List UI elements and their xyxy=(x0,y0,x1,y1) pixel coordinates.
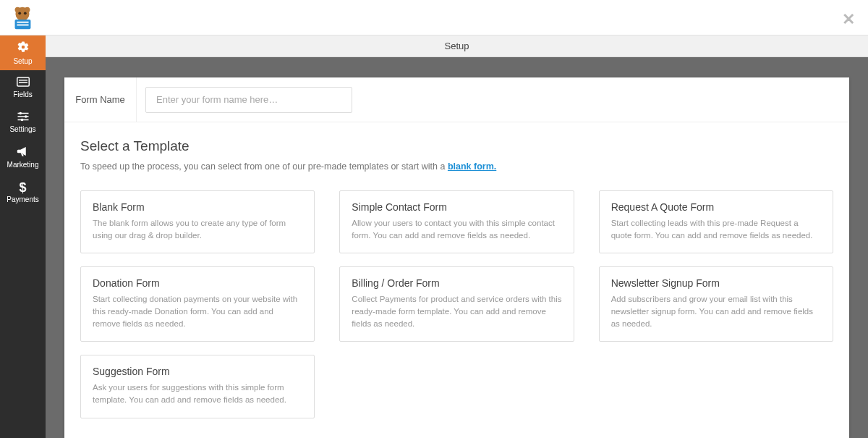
svg-point-15 xyxy=(24,115,27,118)
template-subtext: To speed up the process, you can select … xyxy=(80,161,833,172)
app-logo xyxy=(9,4,36,32)
template-section: Select a Template To speed up the proces… xyxy=(64,122,849,426)
dollar-icon: $ xyxy=(19,181,26,194)
svg-rect-9 xyxy=(19,80,27,81)
svg-point-4 xyxy=(24,12,27,14)
setup-panel: Form Name Select a Template To speed up … xyxy=(64,77,849,438)
svg-point-1 xyxy=(15,7,21,13)
template-card-title: Suggestion Form xyxy=(93,366,302,377)
sidebar-item-label: Payments xyxy=(7,195,38,203)
sidebar-item-fields[interactable]: Fields xyxy=(0,70,46,105)
template-card-desc: Ask your users for suggestions with this… xyxy=(93,382,302,405)
template-card-newsletter[interactable]: Newsletter Signup Form Add subscribers a… xyxy=(599,266,833,342)
blank-form-link[interactable]: blank form. xyxy=(448,161,496,172)
template-card-desc: Start collecting leads with this pre-mad… xyxy=(611,217,821,241)
template-card-title: Request A Quote Form xyxy=(611,201,821,213)
sliders-icon xyxy=(17,111,30,124)
bullhorn-icon xyxy=(17,146,30,159)
sidebar-item-label: Fields xyxy=(13,90,33,98)
left-sidebar: Setup Fields Settings Marketing $ Paymen… xyxy=(0,35,46,438)
template-subtext-prefix: To speed up the process, you can select … xyxy=(80,161,448,172)
gear-icon xyxy=(17,41,30,56)
template-grid: Blank Form The blank form allows you to … xyxy=(80,190,833,418)
template-card-request-quote[interactable]: Request A Quote Form Start collecting le… xyxy=(599,190,833,253)
sidebar-item-settings[interactable]: Settings xyxy=(0,105,46,140)
sidebar-item-label: Settings xyxy=(9,125,35,133)
main-area: Setup Form Name Select a Template To spe… xyxy=(46,35,868,438)
template-card-title: Blank Form xyxy=(93,201,302,213)
template-card-desc: The blank form allows you to create any … xyxy=(93,217,302,241)
svg-rect-7 xyxy=(17,25,28,26)
section-title: Setup xyxy=(445,41,469,51)
template-card-title: Billing / Order Form xyxy=(352,277,561,289)
svg-rect-6 xyxy=(17,22,28,23)
template-heading: Select a Template xyxy=(80,138,833,154)
template-card-desc: Start collecting donation payments on yo… xyxy=(93,293,302,329)
top-bar: ✕ xyxy=(0,0,868,35)
svg-point-16 xyxy=(20,119,23,122)
template-card-blank[interactable]: Blank Form The blank form allows you to … xyxy=(80,190,315,253)
template-card-title: Simple Contact Form xyxy=(352,201,561,213)
svg-point-2 xyxy=(25,7,30,13)
svg-rect-10 xyxy=(19,82,27,83)
form-name-input[interactable] xyxy=(145,87,352,113)
sidebar-item-marketing[interactable]: Marketing xyxy=(0,140,46,174)
sidebar-item-label: Marketing xyxy=(7,161,39,169)
fields-icon xyxy=(17,77,30,89)
template-card-title: Donation Form xyxy=(93,277,302,289)
template-card-desc: Allow your users to contact you with thi… xyxy=(352,217,561,241)
sidebar-item-label: Setup xyxy=(13,57,32,65)
svg-point-14 xyxy=(19,112,22,115)
template-card-donation[interactable]: Donation Form Start collecting donation … xyxy=(80,266,315,342)
section-title-strip: Setup xyxy=(46,35,868,57)
svg-point-3 xyxy=(18,12,21,14)
form-name-label: Form Name xyxy=(64,77,137,122)
template-card-suggestion[interactable]: Suggestion Form Ask your users for sugge… xyxy=(80,355,315,418)
sidebar-item-setup[interactable]: Setup xyxy=(0,35,46,70)
sidebar-item-payments[interactable]: $ Payments xyxy=(0,174,46,209)
close-icon[interactable]: ✕ xyxy=(842,10,855,29)
template-card-desc: Collect Payments for product and service… xyxy=(352,293,561,329)
template-card-title: Newsletter Signup Form xyxy=(611,277,821,289)
template-card-simple-contact[interactable]: Simple Contact Form Allow your users to … xyxy=(339,190,574,253)
template-card-billing[interactable]: Billing / Order Form Collect Payments fo… xyxy=(339,266,574,342)
form-name-row: Form Name xyxy=(64,77,849,122)
template-card-desc: Add subscribers and grow your email list… xyxy=(611,293,821,329)
